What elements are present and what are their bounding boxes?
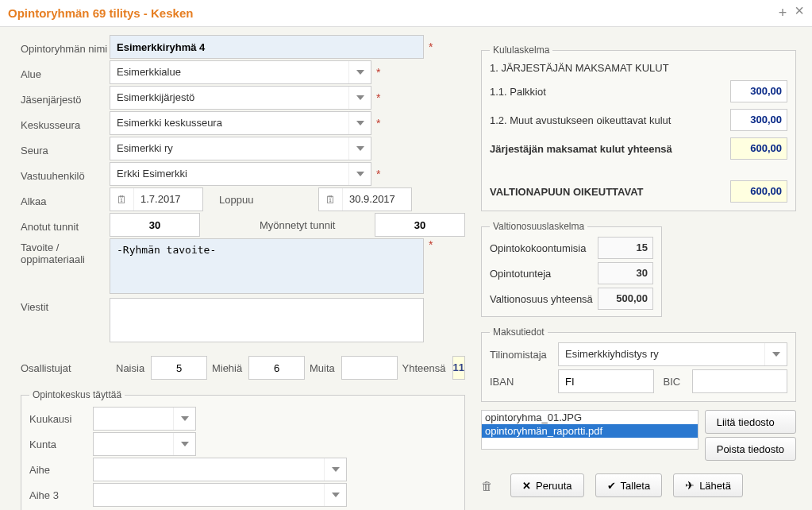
window-title: Opintoryhmän 69 tilitys - Kesken <box>8 6 193 20</box>
state-share-fieldset: Valtionosuuslaskelma Opintokokoontumisia… <box>481 221 662 317</box>
chevron-down-icon[interactable] <box>348 112 371 134</box>
maximize-icon[interactable] <box>779 5 787 21</box>
end-date-value: 30.9.2017 <box>343 188 411 211</box>
total-value: 11 <box>452 356 465 380</box>
office-legend: Opintokeskus täyttää <box>29 389 125 400</box>
topic-dropdown[interactable] <box>93 458 347 481</box>
municipality-dropdown[interactable] <box>93 432 196 456</box>
group-name-label: Opintoryhmän nimi <box>21 40 110 55</box>
club-value: Esimerkki ry <box>110 137 348 160</box>
men-input[interactable] <box>248 356 305 380</box>
club-dropdown[interactable]: Esimerkki ry <box>110 137 371 160</box>
calendar-icon[interactable] <box>319 188 343 211</box>
state-share-total-label: Valtionosuus yhteensä <box>490 293 593 305</box>
fees-label: 1.1. Palkkiot <box>490 86 546 98</box>
total-label: Yhteensä <box>402 362 446 374</box>
messages-label: Viestit <box>21 298 110 313</box>
required-mark: * <box>376 66 380 79</box>
municipality-label: Kunta <box>29 439 93 450</box>
start-date-picker[interactable]: 1.7.2017 <box>110 187 203 211</box>
goal-textarea[interactable] <box>110 238 424 294</box>
end-date-picker[interactable]: 30.9.2017 <box>318 187 412 211</box>
chevron-down-icon[interactable] <box>764 343 787 365</box>
women-input[interactable] <box>151 356 207 380</box>
save-button[interactable]: Talleta <box>595 473 663 497</box>
responsible-dropdown[interactable]: Erkki Esimerkki <box>110 162 371 186</box>
month-dropdown[interactable] <box>93 407 196 431</box>
iban-label: IBAN <box>490 376 553 388</box>
costs-section1: 1. JÄRJESTÄJÄN MAKSAMAT KULUT <box>490 62 669 74</box>
end-label: Loppuu <box>203 194 318 206</box>
save-label: Talleta <box>621 480 651 492</box>
required-mark: * <box>429 238 433 251</box>
iban-input[interactable] <box>558 369 654 393</box>
send-button[interactable]: Lähetä <box>673 473 743 497</box>
remove-file-button[interactable]: Poista tiedosto <box>705 437 796 461</box>
required-mark: * <box>376 168 380 180</box>
other-input[interactable] <box>341 356 398 380</box>
chevron-down-icon[interactable] <box>324 484 346 506</box>
topic3-dropdown[interactable] <box>93 483 347 507</box>
club-label: Seura <box>21 141 110 156</box>
chevron-down-icon[interactable] <box>348 61 371 83</box>
meetings-value: 15 <box>598 237 653 259</box>
messages-textarea[interactable] <box>110 298 424 342</box>
chevron-down-icon[interactable] <box>348 163 371 185</box>
hours-label: Opintotunteja <box>490 268 551 280</box>
central-assoc-label: Keskusseura <box>21 116 110 131</box>
cancel-label: Peruuta <box>536 480 572 492</box>
calendar-icon[interactable] <box>110 188 134 211</box>
start-date-value: 1.7.2017 <box>134 188 202 211</box>
chevron-down-icon[interactable] <box>348 87 371 109</box>
state-share-total-value: 500,00 <box>598 288 653 310</box>
other-label: Muita <box>310 362 335 374</box>
required-mark: * <box>376 91 380 104</box>
org-total-label: Järjestäjän maksamat kulut yhteensä <box>490 143 672 155</box>
participants-label: Osallistujat <box>21 362 110 374</box>
granted-hours-label: Myönnetyt tunnit <box>260 219 375 231</box>
requested-hours-label: Anotut tunnit <box>21 218 110 233</box>
costs-fieldset: Kululaskelma 1. JÄRJESTÄJÄN MAKSAMAT KUL… <box>481 44 796 211</box>
file-item[interactable]: opintoryhma_01.JPG <box>482 411 698 424</box>
org-total-value: 600,00 <box>730 137 787 160</box>
office-fieldset: Opintokeskus täyttää Kuukausi Kunta Aihe… <box>21 389 465 510</box>
account-owner-dropdown[interactable]: Esimerkkiyhdistys ry <box>558 342 787 366</box>
x-icon <box>522 480 531 492</box>
close-icon[interactable] <box>795 5 804 21</box>
plane-icon <box>685 479 695 492</box>
women-label: Naisia <box>116 362 144 374</box>
payment-fieldset: Maksutiedot Tilinomistaja Esimerkkiyhdis… <box>481 326 796 402</box>
trash-icon[interactable] <box>481 479 493 493</box>
account-owner-label: Tilinomistaja <box>490 349 553 361</box>
chevron-down-icon[interactable] <box>173 433 195 455</box>
region-label: Alue <box>21 65 110 80</box>
send-label: Lähetä <box>699 480 731 492</box>
goal-label: Tavoite / oppimateriaali <box>21 238 110 265</box>
requested-hours-input[interactable] <box>110 213 200 237</box>
other-eligible-label: 1.2. Muut avustukseen oikeuttavat kulut <box>490 114 671 126</box>
responsible-value: Erkki Esimerkki <box>110 163 348 185</box>
month-label: Kuukausi <box>29 413 93 425</box>
state-aid-value: 600,00 <box>730 180 787 203</box>
chevron-down-icon[interactable] <box>324 458 346 481</box>
check-icon <box>607 480 616 492</box>
bic-input[interactable] <box>692 369 788 393</box>
meetings-label: Opintokokoontumisia <box>490 242 586 254</box>
chevron-down-icon[interactable] <box>348 137 371 160</box>
file-item[interactable]: opintoryhmän_raportti.pdf <box>482 424 698 438</box>
cancel-button[interactable]: Peruuta <box>510 473 584 497</box>
chevron-down-icon[interactable] <box>173 408 195 430</box>
topic-label: Aihe <box>29 464 93 476</box>
bic-label: BIC <box>664 376 687 388</box>
central-assoc-dropdown[interactable]: Esimerkki keskusseura <box>110 111 371 135</box>
file-list[interactable]: opintoryhma_01.JPG opintoryhmän_raportti… <box>481 410 698 450</box>
central-assoc-value: Esimerkki keskusseura <box>110 112 348 134</box>
group-name-input[interactable] <box>110 35 424 59</box>
other-eligible-value: 300,00 <box>730 109 787 131</box>
attach-file-button[interactable]: Liitä tiedosto <box>705 410 796 434</box>
granted-hours-input[interactable] <box>375 213 465 237</box>
responsible-label: Vastuuhenkilö <box>21 167 110 182</box>
region-dropdown[interactable]: Esimerkkialue <box>110 60 371 84</box>
member-org-dropdown[interactable]: Esimerkkijärjestö <box>110 86 371 110</box>
fees-value: 300,00 <box>730 80 787 102</box>
